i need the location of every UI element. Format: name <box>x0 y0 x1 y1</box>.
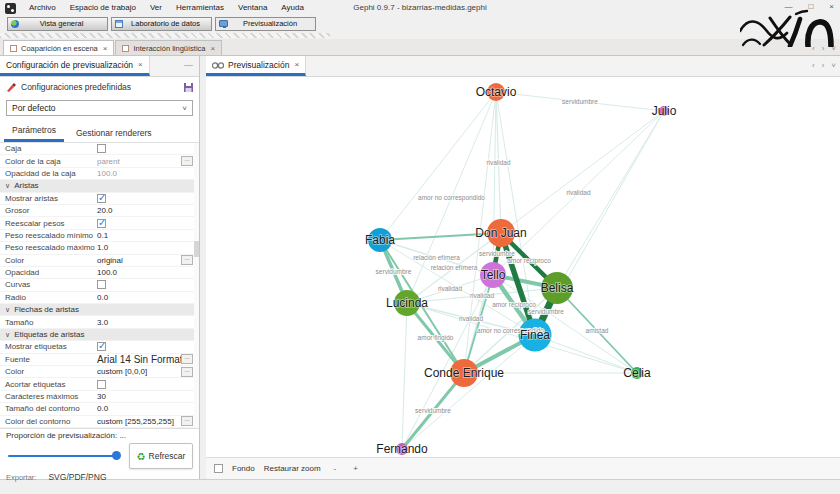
parameters-list-container: CajaColor de la cajaparent...Opacidad de… <box>0 143 199 428</box>
preview-canvas[interactable]: servidumbrerivalidadamor no correspondid… <box>206 77 840 457</box>
tab-parametros[interactable]: Parámetros <box>4 122 64 142</box>
edge-label: relación efímera <box>431 264 478 271</box>
param-checkbox[interactable] <box>97 219 106 228</box>
close-tab-icon[interactable]: × <box>138 60 143 69</box>
param-checkbox[interactable] <box>97 144 106 153</box>
param-checkbox[interactable] <box>97 342 106 351</box>
tab-list-icon[interactable]: ˅ <box>831 44 836 53</box>
menu-herramientas[interactable]: Herramientas <box>169 0 231 15</box>
param-checkbox[interactable] <box>97 194 106 203</box>
ellipsis-button[interactable]: ... <box>181 156 193 166</box>
zoom-out-button[interactable]: - <box>330 464 341 473</box>
tab-label: Interacción lingüística <box>133 44 205 53</box>
params-scrollbar[interactable] <box>194 143 199 428</box>
menu-espacio-de-trabajo[interactable]: Espacio de trabajo <box>63 0 143 15</box>
param-value[interactable]: 20.0 <box>97 206 113 215</box>
close-window-icon[interactable]: × <box>829 0 834 14</box>
param-section-header[interactable]: ∨Flechas de aristas <box>0 304 199 316</box>
param-label: Fuente <box>0 355 97 364</box>
save-preset-icon[interactable] <box>184 83 193 92</box>
menu-ver[interactable]: Ver <box>143 0 169 15</box>
tab-interaccion-linguistica[interactable]: Interacción lingüística × <box>115 40 222 55</box>
close-tab-icon[interactable]: × <box>294 60 299 69</box>
param-value[interactable]: 100.0 <box>97 268 117 277</box>
node-label-finea: Finea <box>520 328 550 342</box>
tab-coaparicion-en-escena[interactable]: Coaparición en escena × <box>3 40 114 55</box>
fondo-checkbox[interactable] <box>214 464 223 473</box>
param-section-header[interactable]: ∨Aristas <box>0 180 199 192</box>
param-value[interactable]: parent <box>97 157 120 166</box>
tab-list-icon[interactable]: ˅ <box>831 61 836 70</box>
section-label: Etiquetas de aristas <box>14 330 84 339</box>
param-value[interactable]: custom [0,0,0] <box>97 367 147 376</box>
param-label: Reescalar pesos <box>0 219 97 228</box>
menu-ventana[interactable]: Ventana <box>231 0 274 15</box>
collapse-chevron-icon[interactable]: ∨ <box>5 306 10 314</box>
restore-zoom-button[interactable]: Restaurar zoom <box>264 464 321 473</box>
refresh-button[interactable]: ♻ Refrescar <box>129 443 193 469</box>
menu-archivo[interactable]: Archivo <box>22 0 63 15</box>
param-value[interactable]: 3.0 <box>97 318 108 327</box>
tab-gestionar-renderers[interactable]: Gestionar renderers <box>68 125 160 142</box>
param-row: Caja <box>0 143 199 155</box>
ellipsis-button[interactable]: ... <box>181 367 193 377</box>
previsualizacion-button[interactable]: Previsualización <box>215 17 316 31</box>
close-tab-icon[interactable]: × <box>211 44 216 53</box>
scrollbar-thumb[interactable] <box>194 241 199 257</box>
brush-icon <box>6 82 16 92</box>
slider-track[interactable] <box>8 455 115 457</box>
tab-scroll-left-icon[interactable]: ‹ <box>812 44 815 53</box>
param-value[interactable]: custom [255,255,255] <box>97 417 174 426</box>
minimize-window-icon[interactable]: — <box>784 0 792 14</box>
param-label: Color del contorno <box>0 417 97 426</box>
edge-label: servidumbre <box>528 308 564 315</box>
tab-previsualizacion[interactable]: Previsualización × <box>206 56 306 76</box>
title-bar: Archivo Espacio de trabajo Ver Herramien… <box>0 0 840 15</box>
collapse-chevron-icon[interactable]: ∨ <box>5 182 10 190</box>
zoom-in-button[interactable]: + <box>349 464 362 473</box>
laboratorio-de-datos-button[interactable]: Laboratorio de datos <box>111 17 212 31</box>
tab-scroll-right-icon[interactable]: › <box>822 44 825 53</box>
param-checkbox[interactable] <box>97 380 106 389</box>
tab-scroll-left-icon[interactable]: ‹ <box>812 61 815 70</box>
export-formats-link[interactable]: SVG/PDF/PNG <box>48 472 106 482</box>
param-section-header[interactable]: ∨Etiquetas de aristas <box>0 329 199 341</box>
preset-dropdown[interactable]: Por defecto ˅ <box>6 100 193 116</box>
settings-tab-label: Configuración de previsualización <box>6 60 133 70</box>
dock-strip <box>0 32 840 39</box>
ellipsis-button[interactable]: ... <box>181 354 193 364</box>
preview-bottom-bar: Fondo Restaurar zoom - + <box>206 457 840 479</box>
edge-label: rivalidad <box>459 315 484 322</box>
param-label: Curvas <box>0 280 97 289</box>
tab-scroll-right-icon[interactable]: › <box>822 61 825 70</box>
menu-ayuda[interactable]: Ayuda <box>274 0 311 15</box>
edge-label: rivalidad <box>470 292 495 299</box>
ellipsis-button[interactable]: ... <box>181 255 193 265</box>
param-value[interactable]: original <box>97 256 123 265</box>
minimize-panel-icon[interactable]: — <box>178 56 199 76</box>
laboratorio-label: Laboratorio de datos <box>123 19 208 28</box>
param-checkbox[interactable] <box>97 280 106 289</box>
tab-configuracion-previsualizacion[interactable]: Configuración de previsualización × <box>0 56 150 76</box>
param-label: Carácteres máximos <box>0 392 97 401</box>
param-value[interactable]: 1.0 <box>97 243 108 252</box>
chevron-down-icon: ˅ <box>182 104 187 113</box>
param-row: Opacidad de la caja100.0 <box>0 168 199 180</box>
param-value[interactable]: Arial 14 Sin Formato <box>97 354 181 365</box>
param-value[interactable]: 0.1 <box>97 231 108 240</box>
preview-ratio-slider[interactable] <box>6 449 121 463</box>
slider-thumb[interactable] <box>112 451 121 460</box>
param-value[interactable]: 0.0 <box>97 404 108 413</box>
maximize-window-icon[interactable]: □ <box>808 0 813 14</box>
edge-label: servidumbre <box>376 268 412 275</box>
param-value[interactable]: 100.0 <box>97 169 117 178</box>
close-tab-icon[interactable]: × <box>103 44 108 53</box>
param-row: Peso reescalado mínimo0.1 <box>0 230 199 242</box>
collapse-chevron-icon[interactable]: ∨ <box>5 331 10 339</box>
param-value[interactable]: 0.0 <box>97 293 108 302</box>
node-label-fernando: Fernando <box>376 442 428 456</box>
vista-general-button[interactable]: Vista general <box>7 17 108 31</box>
param-row: Color de la cajaparent... <box>0 155 199 167</box>
param-value[interactable]: 30 <box>97 392 106 401</box>
ellipsis-button[interactable]: ... <box>181 416 193 426</box>
